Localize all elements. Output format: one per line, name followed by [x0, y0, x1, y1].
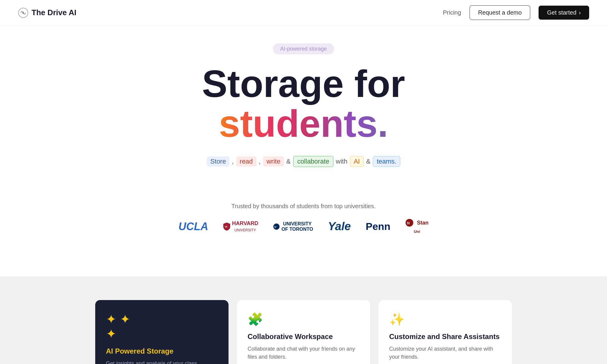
arrow-icon: › [579, 9, 581, 16]
tag-collaborate: collaborate [293, 156, 334, 167]
tag-teams: teams. [373, 156, 400, 167]
demo-button[interactable]: Request a demo [470, 5, 531, 20]
customize-desc: Customize your AI assistant, and share w… [389, 345, 501, 361]
svg-point-1 [22, 12, 24, 14]
stanford-logo: St StanUni [405, 219, 428, 235]
feature-card-customize: ✨ Customize and Share Assistants Customi… [378, 300, 512, 364]
comma-2: , [259, 158, 261, 165]
customize-icon: ✨ [389, 312, 501, 327]
trust-section: Trusted by thousands of students from to… [179, 191, 428, 252]
get-started-button[interactable]: Get started › [539, 6, 589, 20]
collaborative-desc: Collaborate and chat with your friends o… [248, 345, 359, 361]
ai-storage-icon: ✦ ✦✦ [106, 312, 218, 341]
svg-text:St: St [407, 222, 410, 225]
tag-write: write [263, 156, 284, 167]
customize-title: Customize and Share Assistants [389, 332, 501, 341]
collaborative-icon: 🧩 [248, 312, 359, 327]
logo-icon [18, 7, 29, 18]
toronto-icon: U [273, 223, 280, 230]
feature-card-ai-storage: ✦ ✦✦ AI Powered Storage Get insights and… [95, 300, 229, 364]
hero-title-line2: students. [219, 104, 388, 144]
svg-text:VE: VE [225, 226, 228, 228]
yale-logo: Yale [328, 220, 351, 233]
amp-1: & [286, 158, 291, 165]
tag-read: read [236, 156, 256, 167]
features-section: ✦ ✦✦ AI Powered Storage Get insights and… [0, 276, 607, 364]
hero-title-line1: Storage for [202, 64, 405, 104]
features-grid: ✦ ✦✦ AI Powered Storage Get insights and… [95, 300, 512, 364]
amp-2: & [366, 158, 370, 165]
nav-actions: Pricing Request a demo Get started › [443, 5, 589, 20]
harvard-logo: VE HARVARDUNIVERSITY [223, 220, 258, 233]
with-text: with [336, 158, 348, 165]
trust-logos: UCLA VE HARVARDUNIVERSITY U UNIVERSITYOF… [179, 219, 428, 235]
hero-badge: AI-powered storage [273, 43, 334, 54]
comma-1: , [232, 158, 234, 165]
svg-text:U: U [274, 225, 276, 228]
tag-ai: AI [350, 156, 364, 167]
feature-card-collaborative: 🧩 Collaborative Workspace Collaborate an… [237, 300, 370, 364]
harvard-shield-icon: VE [223, 222, 230, 231]
ai-storage-title: AI Powered Storage [106, 347, 218, 355]
logo[interactable]: The Drive AI [18, 7, 76, 18]
toronto-logo: U UNIVERSITYOF TORONTO [273, 221, 313, 232]
ucla-logo: UCLA [179, 220, 208, 233]
trust-text: Trusted by thousands of students from to… [231, 203, 376, 210]
hero-section: AI-powered storage Storage for students.… [0, 26, 607, 276]
hero-subtitle: Store , read , write & collaborate with … [207, 156, 400, 167]
ai-storage-desc: Get insights and analysis of your class … [106, 360, 218, 364]
collaborative-title: Collaborative Workspace [248, 332, 359, 341]
penn-logo: Penn [366, 221, 390, 232]
tag-store: Store [207, 156, 230, 167]
navbar: The Drive AI Pricing Request a demo Get … [0, 0, 607, 26]
logo-text: The Drive AI [32, 8, 76, 17]
stanford-icon: St [405, 219, 414, 227]
pricing-link[interactable]: Pricing [443, 9, 461, 16]
